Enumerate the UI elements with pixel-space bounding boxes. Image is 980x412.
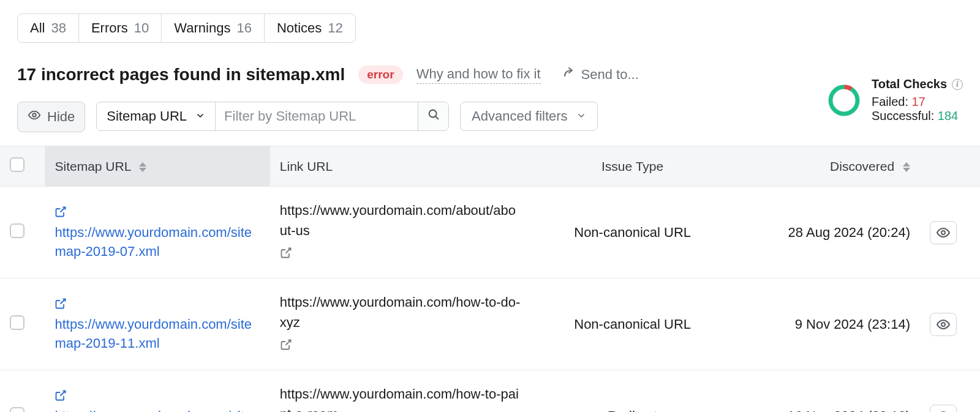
toolbar: Hide Sitemap URL Advanced filters Tot: [17, 102, 963, 132]
table-row: https://www.yourdomain.com/sitemap-2019-…: [0, 370, 980, 413]
results-table-wrap: Sitemap URL Link URL Issue Type Discover…: [0, 146, 980, 412]
col-actions-header: [920, 146, 980, 187]
sort-icon: [903, 162, 910, 172]
failed-count: 17: [912, 95, 925, 108]
hide-label: Hide: [47, 109, 75, 125]
issue-type: Non-canonical URL: [532, 187, 733, 279]
external-link-icon[interactable]: [280, 244, 292, 264]
row-checkbox[interactable]: [10, 407, 24, 413]
hide-button[interactable]: Hide: [17, 102, 85, 132]
col-sitemap-label: Sitemap URL: [55, 159, 130, 173]
svg-point-5: [941, 231, 945, 234]
col-link-label: Link URL: [280, 159, 333, 173]
svg-point-6: [941, 323, 945, 326]
tab-count: 10: [134, 20, 149, 36]
filter-field-dropdown[interactable]: Sitemap URL: [97, 102, 216, 130]
sitemap-url-link[interactable]: https://www.yourdomain.com/sitemap-2019-…: [55, 408, 252, 412]
page-header: 17 incorrect pages found in sitemap.xml …: [17, 65, 963, 84]
filter-group: Sitemap URL: [96, 102, 449, 131]
tab-count: 16: [236, 20, 251, 36]
total-checks-title: Total Checks: [872, 77, 947, 91]
discovered-date: 28 Aug 2024 (20:24): [733, 187, 920, 279]
col-sitemap-header[interactable]: Sitemap URL: [45, 146, 270, 187]
view-row-button[interactable]: [930, 313, 957, 336]
discovered-date: 16 Nov 2024 (23:12): [733, 370, 920, 413]
col-issue-label: Issue Type: [601, 159, 663, 173]
view-row-button[interactable]: [930, 221, 957, 244]
link-url-text: https://www.yourdomain.com/how-to-paint-…: [280, 384, 523, 412]
tab-notices[interactable]: Notices 12: [265, 14, 355, 42]
successful-label: Successful:: [872, 109, 934, 122]
search-button[interactable]: [418, 102, 448, 130]
tab-label: All: [30, 20, 45, 36]
col-link-header: Link URL: [270, 146, 533, 187]
sort-icon: [139, 162, 146, 172]
filter-input[interactable]: [216, 102, 418, 130]
issue-type: Non-canonical URL: [532, 279, 733, 370]
how-to-fix-link[interactable]: Why and how to fix it: [417, 66, 541, 84]
eye-icon: [28, 108, 41, 125]
col-discovered-header[interactable]: Discovered: [733, 146, 920, 187]
results-table: Sitemap URL Link URL Issue Type Discover…: [0, 146, 980, 412]
tab-warnings[interactable]: Warnings 16: [162, 14, 265, 42]
sitemap-url-link[interactable]: https://www.yourdomain.com/sitemap-2019-…: [55, 316, 252, 351]
checks-donut-chart: [826, 83, 862, 118]
link-url-text: https://www.yourdomain.com/about/about-u…: [280, 200, 523, 241]
row-checkbox[interactable]: [10, 223, 24, 238]
issue-type: Redirect: [532, 370, 733, 413]
share-arrow-icon: [560, 66, 575, 84]
tab-label: Notices: [277, 20, 322, 36]
row-checkbox[interactable]: [10, 315, 24, 330]
external-link-icon[interactable]: [55, 296, 67, 315]
svg-point-0: [32, 113, 36, 117]
select-all-checkbox[interactable]: [10, 157, 24, 172]
failed-label: Failed:: [872, 95, 908, 108]
sitemap-url-link[interactable]: https://www.yourdomain.com/sitemap-2019-…: [55, 225, 252, 259]
table-row: https://www.yourdomain.com/sitemap-2019-…: [0, 279, 980, 370]
send-to-button[interactable]: Send to...: [560, 66, 639, 84]
col-issue-header: Issue Type: [532, 146, 733, 187]
external-link-icon[interactable]: [55, 204, 67, 223]
col-select-all: [0, 146, 45, 187]
tab-errors[interactable]: Errors 10: [79, 14, 162, 42]
search-icon: [427, 108, 440, 125]
tab-label: Warnings: [174, 20, 230, 36]
view-row-button[interactable]: [930, 405, 957, 413]
col-discovered-label: Discovered: [830, 159, 894, 173]
advanced-filters-button[interactable]: Advanced filters: [460, 102, 598, 131]
link-url-text: https://www.yourdomain.com/how-to-do-xyz: [280, 292, 523, 332]
discovered-date: 9 Nov 2024 (23:14): [733, 279, 920, 370]
tab-all[interactable]: All 38: [18, 14, 79, 42]
chevron-down-icon: [195, 108, 205, 124]
svg-point-3: [831, 87, 858, 114]
error-badge: error: [358, 66, 402, 84]
filter-tabs: All 38 Errors 10 Warnings 16 Notices 12: [17, 13, 356, 43]
total-checks-panel: Total Checks i Failed: 17 Successful: 18…: [826, 77, 963, 123]
chevron-down-icon: [576, 108, 586, 124]
info-icon[interactable]: i: [952, 79, 963, 90]
tab-count: 38: [51, 20, 66, 36]
table-row: https://www.yourdomain.com/sitemap-2019-…: [0, 187, 980, 279]
successful-count: 184: [938, 109, 958, 122]
svg-line-2: [435, 116, 438, 119]
external-link-icon[interactable]: [280, 336, 292, 356]
tab-count: 12: [328, 20, 342, 36]
send-to-label: Send to...: [581, 67, 639, 83]
tab-label: Errors: [91, 20, 128, 36]
external-link-icon[interactable]: [55, 388, 67, 407]
advanced-filters-label: Advanced filters: [472, 108, 568, 124]
page-title: 17 incorrect pages found in sitemap.xml: [17, 65, 345, 84]
filter-field-label: Sitemap URL: [107, 108, 187, 124]
